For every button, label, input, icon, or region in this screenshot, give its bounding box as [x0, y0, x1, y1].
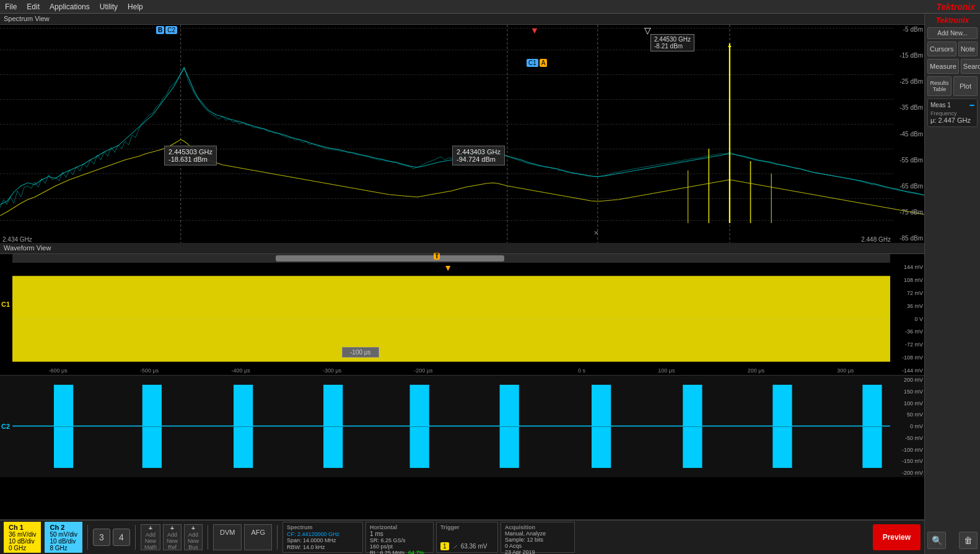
- y-0: 0 V: [893, 316, 923, 322]
- svg-rect-21: [142, 385, 162, 426]
- afg-btn[interactable]: AFG: [244, 524, 272, 550]
- horiz-info-panel: Horizontal 1 ms SR: 6.25 GS/s 160 ps/pt …: [365, 522, 434, 553]
- trigger-t-marker: ▼: [444, 263, 452, 273]
- spectrum-panel-title: Spectrum: [287, 524, 359, 530]
- c2-y-100: 100 mV: [893, 400, 923, 407]
- add-bus-label2: New: [188, 538, 199, 544]
- svg-rect-23: [234, 385, 253, 426]
- c2-y-150: 150 mV: [893, 389, 923, 395]
- scrollbar-thumb[interactable]: [276, 255, 504, 262]
- menu-help[interactable]: Help: [128, 2, 143, 11]
- menu-edit[interactable]: Edit: [27, 2, 40, 11]
- add-bus-icon: +: [191, 524, 195, 532]
- dvm-btn[interactable]: DVM: [213, 524, 242, 550]
- spectrum-view-title: Spectrum View: [0, 14, 924, 25]
- svg-rect-37: [862, 385, 882, 426]
- svg-rect-31: [592, 385, 611, 426]
- spectrum-view[interactable]: Spectrum View: [0, 14, 924, 243]
- y-72: 72 mV: [893, 290, 923, 296]
- t-200: 200 μs: [748, 367, 764, 374]
- y-n72: -72 mV: [893, 341, 923, 348]
- add-ref-label2: New: [167, 538, 178, 544]
- spectrum-info-panel: Spectrum CF: 2.44120000 GHz Span: 14.000…: [282, 522, 363, 553]
- ch2-indicator[interactable]: Ch 2 50 mV/div 10 dB/div 8 GHz: [45, 522, 82, 553]
- btn-4[interactable]: 4: [113, 529, 130, 546]
- meas1-value: μ: 2.447 GHz: [930, 117, 974, 124]
- y-n108: -108 mV: [893, 354, 923, 361]
- ch1-label: Ch 1: [9, 524, 36, 531]
- add-ref-btn[interactable]: + Add New Ref: [163, 524, 182, 550]
- menu-applications[interactable]: Applications: [50, 2, 90, 11]
- measure-button[interactable]: Measure: [927, 59, 959, 74]
- svg-rect-26: [323, 426, 343, 468]
- note-button[interactable]: Note: [958, 42, 978, 56]
- menu-file[interactable]: File: [5, 2, 17, 11]
- c2-channel-label: C2: [1, 423, 10, 430]
- search-button[interactable]: Search: [961, 59, 980, 74]
- plot-button[interactable]: Plot: [953, 76, 978, 96]
- trigger-panel-title: Trigger: [440, 524, 494, 530]
- t-n400: -400 μs: [231, 367, 250, 374]
- add-bus-btn[interactable]: + Add New Bus: [184, 524, 203, 550]
- results-table-button[interactable]: ResultsTable: [927, 76, 952, 96]
- waveform-view[interactable]: Waveform View T C1: [0, 243, 924, 520]
- c1-channel-label: C1: [1, 301, 10, 308]
- right-panel: Tektronix Add New... Cursors Note Measur…: [924, 14, 980, 554]
- add-bus-label: Add: [188, 532, 198, 538]
- c1-waveform-section[interactable]: T C1 ▼ 144 mV 108 mV 72: [0, 254, 924, 375]
- ch1-db: 10 dB/div: [9, 538, 36, 545]
- t-n300: -300 μs: [323, 367, 341, 374]
- right-panel-brand: Tektronix: [927, 16, 978, 25]
- ch1-indicator[interactable]: Ch 1 36 mV/div 10 dB/div 0 GHz: [4, 522, 41, 553]
- right-bottom-icons: 🔍 🗑: [927, 529, 978, 552]
- svg-rect-27: [410, 385, 429, 426]
- c1-waveform-svg: [12, 263, 890, 375]
- meas1-badge: [969, 105, 974, 106]
- cursor-b-label: B: [156, 26, 164, 34]
- svg-rect-29: [500, 385, 519, 426]
- cursor-b-group: B C2: [156, 26, 177, 34]
- horiz-pct: 64.7%: [408, 550, 424, 554]
- btn-3[interactable]: 3: [93, 529, 110, 546]
- ch2-scale: 50 mV/div: [50, 531, 77, 538]
- tektronix-logo: Tektronix: [937, 2, 976, 12]
- delete-button[interactable]: 🗑: [959, 532, 978, 549]
- content-area: Spectrum View: [0, 14, 924, 554]
- preview-button[interactable]: Preview: [873, 524, 921, 550]
- add-new-button[interactable]: Add New...: [927, 27, 978, 39]
- zoom-in-button[interactable]: 🔍: [927, 532, 946, 549]
- cursors-note-row: Cursors Note: [927, 42, 978, 56]
- add-math-btn[interactable]: + Add New Math: [141, 524, 160, 550]
- acq-mode: Manual, Analyze: [505, 530, 571, 537]
- meas1-panel: Meas 1 Frequency μ: 2.447 GHz: [927, 99, 978, 127]
- t-n500: -500 μs: [140, 367, 159, 374]
- trigger-edge-icon: ⟋: [452, 543, 458, 550]
- horiz-sr: SR: 6.25 GS/s: [370, 537, 429, 543]
- measure-search-row: Measure Search: [927, 59, 978, 74]
- t-100: 100 μs: [658, 367, 675, 374]
- c2-y-n100: -100 mV: [893, 447, 923, 453]
- menu-utility[interactable]: Utility: [100, 2, 118, 11]
- ch1-freq: 0 GHz: [9, 545, 36, 552]
- spectrum-canvas-area[interactable]: × -5 dBm -15 dBm -25 dBm -35 dBm -45 dBm…: [0, 25, 924, 243]
- trash-icon: 🗑: [964, 535, 973, 545]
- svg-rect-30: [500, 426, 519, 468]
- trigger-info-panel: Trigger 1 ⟋ 63.36 mV: [436, 522, 498, 553]
- horiz-rl: RL: 6.25 Mpts: [370, 550, 405, 554]
- c2-y-0: 0 mV: [893, 423, 923, 429]
- ch1-scale: 36 mV/div: [9, 531, 36, 538]
- c2-y-n200: -200 mV: [893, 470, 923, 476]
- waveform-scrollbar[interactable]: T: [12, 254, 890, 263]
- x-label-left: 2.434 GHz: [2, 236, 32, 243]
- results-plot-row: ResultsTable Plot: [927, 76, 978, 96]
- c2-waveform-section[interactable]: C2 200 mV 150 mV 100 mV 50 mV 0 mV -50 m…: [0, 375, 924, 477]
- cursor-c1-group: C1 A: [527, 59, 547, 67]
- svg-rect-0: [0, 25, 924, 243]
- c2-y-axis: 200 mV 150 mV 100 mV 50 mV 0 mV -50 mV -…: [892, 376, 924, 477]
- c2-waveform-svg: [12, 376, 890, 477]
- add-math-label: Add: [146, 532, 155, 538]
- c2-y-50: 50 mV: [893, 411, 923, 418]
- spectrum-svg: ×: [0, 25, 924, 243]
- t-300: 300 μs: [837, 367, 854, 374]
- cursors-button[interactable]: Cursors: [927, 42, 956, 56]
